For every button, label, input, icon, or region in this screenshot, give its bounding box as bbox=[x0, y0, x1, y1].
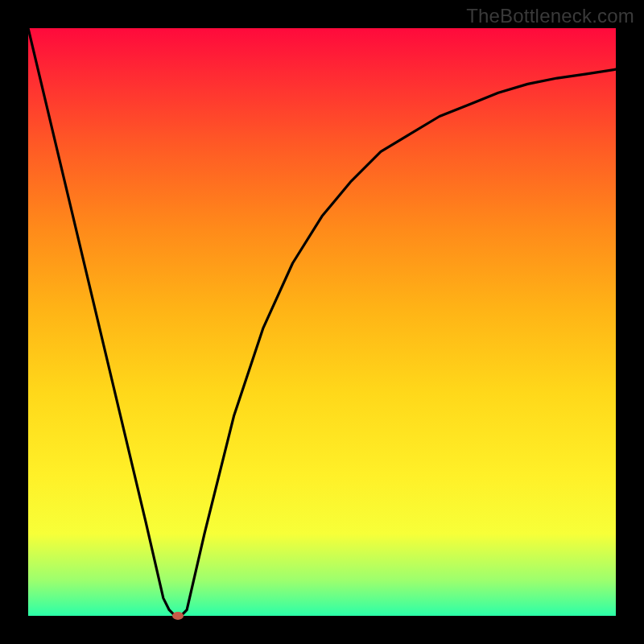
chart-frame: TheBottleneck.com bbox=[0, 0, 644, 644]
plot-area bbox=[28, 28, 616, 616]
optimum-marker bbox=[172, 612, 184, 620]
curve-path bbox=[28, 28, 616, 616]
bottleneck-curve bbox=[28, 28, 616, 616]
watermark-text: TheBottleneck.com bbox=[466, 5, 634, 27]
